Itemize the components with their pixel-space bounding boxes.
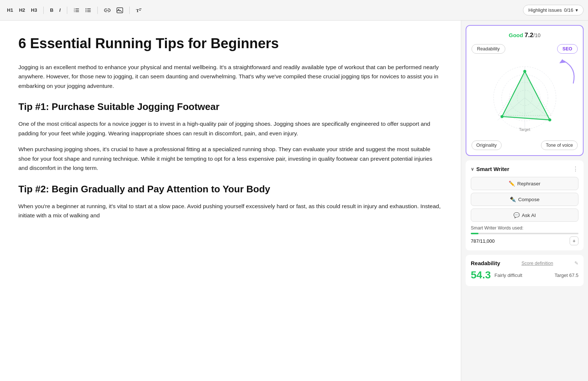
words-progress-bar bbox=[471, 233, 578, 234]
words-count-text: 787/11,000 bbox=[471, 238, 495, 244]
readability-section: Readability Score definition ✎ 54.3 Fair… bbox=[466, 255, 584, 286]
chevron-down-icon: ▾ bbox=[576, 7, 578, 13]
intro-paragraph: Jogging is an excellent method to enhanc… bbox=[18, 63, 442, 91]
score-bottom-tabs: Originality Tone of voice bbox=[472, 140, 578, 150]
target-label: Target bbox=[519, 127, 530, 132]
tip2-heading: Tip #2: Begin Gradually and Pay Attentio… bbox=[18, 183, 442, 196]
divider-3 bbox=[97, 7, 98, 14]
article-title: 6 Essential Running Tips for Beginners bbox=[18, 35, 442, 52]
readability-target: Target 67.5 bbox=[555, 273, 578, 278]
svg-point-10 bbox=[86, 10, 86, 10]
radar-chart-container: Target bbox=[472, 57, 578, 138]
words-used-label: Smart Writer Words used: bbox=[471, 225, 578, 231]
score-good-label: Good bbox=[509, 32, 523, 38]
format-buttons: B I bbox=[47, 6, 63, 14]
svg-point-11 bbox=[86, 11, 86, 12]
compose-icon: ✒️ bbox=[510, 196, 516, 202]
insert-buttons bbox=[101, 6, 126, 15]
ask-ai-icon: 💬 bbox=[513, 212, 520, 218]
main-layout: 6 Essential Running Tips for Beginners J… bbox=[0, 21, 588, 381]
score-card: Good 7.2/10 Readability SEO bbox=[466, 25, 584, 156]
smart-writer-section: ∨ Smart Writer ⋮ ✏️ Rephraser ✒️ Compose… bbox=[466, 160, 584, 250]
divider-2 bbox=[67, 7, 67, 14]
info-icon[interactable]: ⋮ bbox=[573, 165, 578, 172]
tip1-heading: Tip #1: Purchase Suitable Jogging Footwe… bbox=[18, 101, 442, 113]
words-progress-fill bbox=[471, 233, 478, 234]
add-words-button[interactable]: + bbox=[570, 236, 578, 245]
image-button[interactable] bbox=[114, 6, 126, 15]
unordered-list-button[interactable] bbox=[83, 6, 94, 15]
heading-buttons: H1 H2 H3 bbox=[4, 6, 40, 14]
divider-1 bbox=[43, 7, 44, 14]
score-definition-link[interactable]: Score definition bbox=[521, 261, 553, 266]
readability-difficulty: Fairly difficult bbox=[495, 273, 523, 278]
compose-button[interactable]: ✒️ Compose bbox=[471, 193, 578, 206]
collapse-chevron-icon[interactable]: ∨ bbox=[471, 167, 474, 172]
highlight-count: 0/16 bbox=[564, 7, 573, 13]
highlight-label: Highlight issues bbox=[528, 7, 562, 13]
svg-marker-25 bbox=[502, 71, 550, 120]
svg-text:3: 3 bbox=[74, 11, 75, 13]
smart-writer-title: ∨ Smart Writer bbox=[471, 166, 509, 172]
readability-tab[interactable]: Readability bbox=[472, 44, 505, 54]
svg-point-26 bbox=[523, 70, 526, 73]
score-tabs: Readability SEO bbox=[472, 44, 578, 54]
h3-button[interactable]: H3 bbox=[28, 6, 40, 14]
ask-ai-button[interactable]: 💬 Ask AI bbox=[471, 209, 578, 222]
bold-button[interactable]: B bbox=[47, 6, 56, 14]
words-count-row: 787/11,000 + bbox=[471, 236, 578, 245]
tone-of-voice-tab[interactable]: Tone of voice bbox=[541, 140, 578, 150]
svg-rect-1 bbox=[75, 10, 79, 11]
list-buttons: 123 bbox=[71, 6, 94, 15]
score-number: 7.2/10 bbox=[525, 32, 541, 39]
svg-rect-7 bbox=[87, 10, 91, 11]
italic-button[interactable]: I bbox=[57, 6, 63, 14]
originality-tab[interactable]: Originality bbox=[472, 140, 502, 150]
edit-icon[interactable]: ✎ bbox=[574, 260, 578, 266]
svg-text:T: T bbox=[136, 8, 139, 13]
rephraser-icon: ✏️ bbox=[509, 181, 515, 186]
highlight-issues-button[interactable]: Highlight issues 0/16 ▾ bbox=[523, 5, 584, 15]
h1-button[interactable]: H1 bbox=[4, 6, 16, 14]
ordered-list-button[interactable]: 123 bbox=[71, 6, 82, 15]
link-button[interactable] bbox=[101, 6, 113, 14]
svg-rect-6 bbox=[87, 8, 91, 9]
divider-4 bbox=[129, 7, 130, 14]
svg-point-28 bbox=[501, 115, 503, 118]
seo-tab[interactable]: SEO bbox=[557, 44, 578, 54]
sidebar: Good 7.2/10 Readability SEO bbox=[461, 21, 588, 381]
svg-rect-2 bbox=[75, 11, 79, 12]
tip1-p1: One of the most critical aspects for a n… bbox=[18, 119, 442, 138]
toolbar: H1 H2 H3 B I 123 T Highlight issues 0/16… bbox=[0, 0, 588, 21]
tip2-p1: When you're a beginner at running, it's … bbox=[18, 202, 442, 220]
radar-chart bbox=[488, 61, 562, 135]
text-format-button[interactable]: T bbox=[133, 6, 144, 15]
seo-arrow-annotation bbox=[551, 57, 581, 88]
h2-button[interactable]: H2 bbox=[17, 6, 28, 14]
score-header: Good 7.2/10 bbox=[472, 32, 578, 39]
svg-rect-8 bbox=[87, 11, 91, 12]
readability-score-row: 54.3 Fairly difficult Target 67.5 bbox=[471, 269, 578, 281]
tip1-p2: When purchasing jogging shoes, it's cruc… bbox=[18, 145, 442, 173]
readability-header: Readability Score definition ✎ bbox=[471, 260, 578, 266]
readability-score: 54.3 bbox=[471, 269, 491, 281]
editor-area[interactable]: 6 Essential Running Tips for Beginners J… bbox=[0, 21, 461, 381]
svg-point-27 bbox=[548, 118, 551, 121]
svg-rect-0 bbox=[75, 8, 79, 9]
rephraser-button[interactable]: ✏️ Rephraser bbox=[471, 177, 578, 190]
svg-point-9 bbox=[86, 8, 86, 9]
smart-writer-header: ∨ Smart Writer ⋮ bbox=[471, 165, 578, 172]
readability-title: Readability bbox=[471, 260, 500, 266]
